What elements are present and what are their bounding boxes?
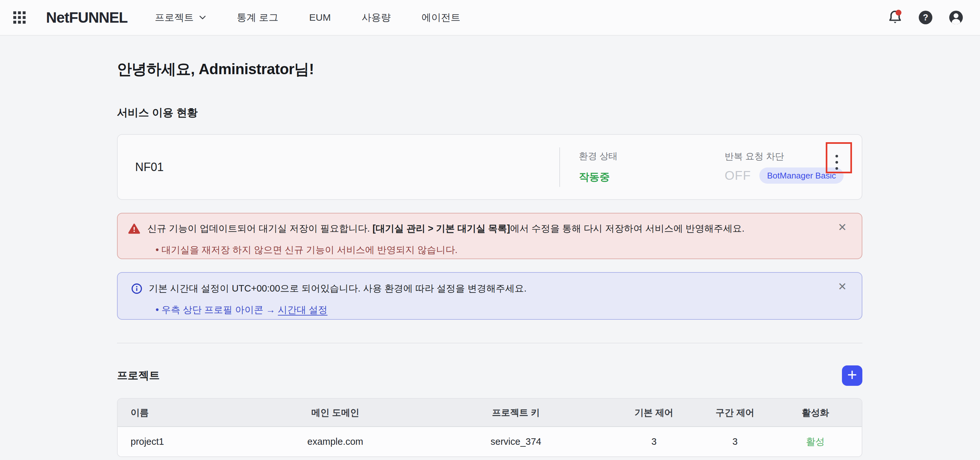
col-name: 이름 (118, 406, 246, 419)
help-button[interactable]: ? (918, 10, 933, 25)
info-alert-text: 기본 시간대 설정이 UTC+00:00으로 되어있습니다. 사용 환경에 따라… (149, 282, 527, 295)
nav-item-label: 사용량 (362, 11, 391, 24)
question-glyph: ? (923, 13, 929, 22)
section-divider (117, 343, 862, 343)
service-name: NF01 (118, 160, 559, 174)
cell-basic-control: 3 (607, 436, 701, 447)
projects-header: 프로젝트 + (117, 365, 862, 386)
cell-active-status: 활성 (769, 435, 862, 448)
env-status-label: 환경 상태 (579, 150, 725, 162)
warning-close-button[interactable]: ✕ (838, 222, 847, 233)
info-bullet-prefix: • 우측 상단 프로필 아이콘 → (156, 305, 278, 315)
bell-icon (888, 10, 902, 25)
main-content: 안녕하세요, Administrator님! 서비스 이용 현황 NF01 환경… (117, 59, 862, 457)
chevron-down-icon (199, 15, 206, 20)
col-active: 활성화 (769, 406, 862, 419)
nav-item-label: 프로젝트 (155, 11, 194, 24)
apps-grid-button[interactable] (13, 11, 26, 24)
page-greeting: 안녕하세요, Administrator님! (117, 59, 862, 79)
col-domain: 메인 도메인 (246, 406, 425, 419)
warning-text-suffix: 에서 수정을 통해 다시 저장하여 서비스에 반영해주세요. (510, 223, 745, 233)
cell-section-control: 3 (701, 436, 769, 447)
profile-icon (948, 10, 964, 25)
profile-button[interactable] (948, 10, 964, 25)
nav-item-eum[interactable]: EUM (309, 12, 331, 23)
nav-item-label: 에이전트 (422, 11, 460, 24)
warning-triangle-icon (128, 223, 140, 234)
nav-item-stats-log[interactable]: 통계 로그 (237, 11, 278, 24)
navbar-actions: ? (888, 10, 964, 25)
nav-item-label: EUM (309, 12, 331, 23)
top-navbar: NetFUNNEL 프로젝트 통계 로그 EUM 사용량 에이전트 (0, 0, 980, 36)
notifications-button[interactable] (888, 10, 902, 25)
col-basic-control: 기본 제어 (607, 406, 701, 419)
projects-title: 프로젝트 (117, 368, 160, 383)
nav-item-projects[interactable]: 프로젝트 (155, 11, 206, 24)
env-status-value: 작동중 (579, 170, 725, 184)
timezone-settings-link[interactable]: 시간대 설정 (278, 305, 328, 315)
warning-text-prefix: 신규 기능이 업데이트되어 대기실 저장이 필요합니다. (148, 223, 372, 233)
info-close-button[interactable]: ✕ (838, 281, 847, 292)
nav-item-usage[interactable]: 사용량 (362, 11, 391, 24)
col-key: 프로젝트 키 (425, 406, 607, 419)
nav-item-label: 통계 로그 (237, 11, 278, 24)
bot-block-status: OFF (725, 168, 751, 183)
plus-icon: + (847, 366, 857, 383)
cell-key: service_374 (425, 436, 607, 447)
add-project-button[interactable]: + (842, 365, 862, 386)
nav-item-agent[interactable]: 에이전트 (422, 11, 460, 24)
col-section-control: 구간 제어 (701, 406, 769, 419)
service-card: NF01 환경 상태 작동중 반복 요청 차단 OFF BotManager B… (117, 134, 862, 200)
info-icon (131, 283, 142, 294)
apps-grid-icon (13, 11, 25, 24)
cell-name: project1 (118, 436, 246, 447)
table-row[interactable]: project1 example.com service_374 3 3 활성 (118, 427, 862, 457)
warning-text-bold: [대기실 관리 > 기본 대기실 목록] (372, 223, 510, 233)
warning-alert-text: 신규 기능이 업데이트되어 대기실 저장이 필요합니다. [대기실 관리 > 기… (148, 222, 745, 235)
warning-alert: 신규 기능이 업데이트되어 대기실 저장이 필요합니다. [대기실 관리 > 기… (117, 213, 862, 259)
warning-alert-bullet: • 대기실을 재저장 하지 않으면 신규 기능이 서비스에 반영되지 않습니다. (156, 244, 862, 257)
notification-dot (896, 10, 902, 16)
info-alert: 기본 시간대 설정이 UTC+00:00으로 되어있습니다. 사용 환경에 따라… (117, 272, 862, 320)
help-icon: ? (918, 10, 933, 25)
netfunnel-logo[interactable]: NetFUNNEL (46, 9, 128, 26)
annotation-highlight-box (826, 142, 852, 173)
main-menu: 프로젝트 통계 로그 EUM 사용량 에이전트 (155, 11, 460, 24)
env-status-block: 환경 상태 작동중 (560, 150, 725, 184)
service-usage-title: 서비스 이용 현황 (117, 106, 862, 120)
info-alert-bullet: • 우측 상단 프로필 아이콘 → 시간대 설정 (156, 303, 862, 317)
projects-table-header: 이름 메인 도메인 프로젝트 키 기본 제어 구간 제어 활성화 (118, 399, 862, 427)
cell-domain: example.com (246, 436, 425, 447)
projects-table: 이름 메인 도메인 프로젝트 키 기본 제어 구간 제어 활성화 project… (117, 398, 862, 457)
